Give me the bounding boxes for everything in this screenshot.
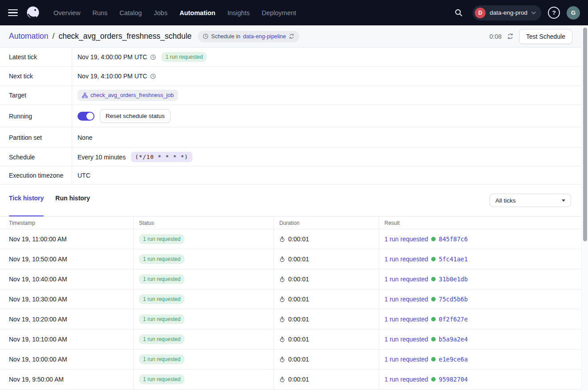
run-success-dot xyxy=(431,297,436,301)
result-run-requested-link[interactable]: 1 run requested xyxy=(384,276,428,283)
stopwatch-icon xyxy=(279,317,285,322)
history-tabs: Tick history Run history All ticks xyxy=(0,185,581,216)
table-header-row: Timestamp Status Duration Result xyxy=(0,217,581,229)
top-nav-bar: OverviewRunsCatalogJobsAutomationInsight… xyxy=(0,0,588,25)
run-success-dot xyxy=(431,277,436,281)
nav-item-runs[interactable]: Runs xyxy=(92,9,107,16)
stopwatch-icon xyxy=(279,236,285,242)
chevron-down-icon xyxy=(531,12,536,14)
next-tick-row: Next tick Nov 19, 4:10:00 PM UTC xyxy=(0,67,581,86)
tab-tick-history[interactable]: Tick history xyxy=(9,195,44,216)
nav-item-jobs[interactable]: Jobs xyxy=(154,9,167,16)
result-run-requested-link[interactable]: 1 run requested xyxy=(384,336,428,343)
tick-duration-cell: 0:00:01 xyxy=(274,229,379,249)
tick-filter-select[interactable]: All ticks xyxy=(490,194,571,207)
workspace-name: data-eng-prod xyxy=(490,9,527,16)
tick-timestamp: Nov 19, 10:30:00 AM xyxy=(0,289,133,309)
run-id-link[interactable]: 75cd5b6b xyxy=(439,296,468,303)
run-id-link[interactable]: 5fc41ae1 xyxy=(439,256,468,263)
tick-duration-cell: 0:00:01 xyxy=(274,329,379,349)
result-run-requested-link[interactable]: 1 run requested xyxy=(384,356,428,363)
refresh-icon[interactable] xyxy=(507,33,514,40)
tick-timestamp: Nov 19, 10:40:00 AM xyxy=(0,269,133,289)
next-tick-label: Next tick xyxy=(0,67,72,85)
tick-row[interactable]: Nov 19, 10:10:00 AM 1 run requested 0:00… xyxy=(0,329,581,349)
run-success-dot xyxy=(431,257,436,261)
breadcrumb-automation-link[interactable]: Automation xyxy=(9,32,49,41)
result-run-requested-link[interactable]: 1 run requested xyxy=(384,236,428,243)
help-icon[interactable]: ? xyxy=(548,7,560,19)
result-run-requested-link[interactable]: 1 run requested xyxy=(384,296,428,303)
status-badge: 1 run requested xyxy=(139,294,184,304)
tick-duration: 0:00:01 xyxy=(288,336,309,343)
page-header: Automation / check_avg_orders_freshness_… xyxy=(0,25,581,48)
run-success-dot xyxy=(431,357,436,362)
schedule-location-badge: Schedule in data-eng-pipeline xyxy=(198,31,299,42)
latest-tick-value: Nov 19, 4:00:00 PM UTC xyxy=(78,53,147,61)
tick-row[interactable]: Nov 19, 9:50:00 AM 1 run requested 0:00:… xyxy=(0,370,581,390)
tick-row[interactable]: Nov 19, 10:40:00 AM 1 run requested 0:00… xyxy=(0,269,581,289)
reset-schedule-status-button[interactable]: Reset schedule status xyxy=(100,109,171,123)
stopwatch-icon xyxy=(279,337,285,342)
tick-row[interactable]: Nov 19, 10:00:00 AM 1 run requested 0:00… xyxy=(0,349,581,370)
nav-item-overview[interactable]: Overview xyxy=(53,9,80,16)
tick-status-cell: 1 run requested xyxy=(133,329,274,349)
nav-item-automation[interactable]: Automation xyxy=(180,9,216,16)
tick-row[interactable]: Nov 19, 10:50:00 AM 1 run requested 0:00… xyxy=(0,249,581,269)
scrollbar-thumb[interactable] xyxy=(583,28,587,241)
tick-result-cell: 1 run requested e1e9ce6a xyxy=(379,349,581,369)
running-row: Running Reset schedule status xyxy=(0,105,581,127)
dagster-logo-icon[interactable] xyxy=(25,5,41,21)
tick-result-cell: 1 run requested 5fc41ae1 xyxy=(379,249,581,269)
result-run-requested-link[interactable]: 1 run requested xyxy=(384,316,428,323)
run-id-link[interactable]: b5a9a2e4 xyxy=(439,336,468,343)
schedule-value: Every 10 minutes xyxy=(78,154,126,161)
tick-duration-cell: 0:00:01 xyxy=(274,269,379,289)
menu-icon[interactable] xyxy=(8,9,18,16)
result-run-requested-link[interactable]: 1 run requested xyxy=(384,256,428,263)
tick-timestamp: Nov 19, 10:10:00 AM xyxy=(0,329,133,349)
tick-timestamp: Nov 19, 10:20:00 AM xyxy=(0,309,133,329)
pipeline-link[interactable]: data-eng-pipeline xyxy=(243,33,286,40)
tick-duration-cell: 0:00:01 xyxy=(274,249,379,269)
nav-item-insights[interactable]: Insights xyxy=(227,9,249,16)
run-id-link[interactable]: 845f87c6 xyxy=(439,236,468,243)
user-avatar[interactable]: G xyxy=(567,6,580,20)
test-schedule-button[interactable]: Test Schedule xyxy=(519,29,572,44)
tick-row[interactable]: Nov 19, 11:00:00 AM 1 run requested 0:00… xyxy=(0,229,581,249)
target-job-pill[interactable]: check_avg_orders_freshness_job xyxy=(78,89,178,101)
run-id-link[interactable]: 95982704 xyxy=(439,376,468,383)
tick-row[interactable]: Nov 19, 10:20:00 AM 1 run requested 0:00… xyxy=(0,309,581,329)
workspace-switcher[interactable]: D data-eng-prod xyxy=(473,5,541,20)
latest-tick-row: Latest tick Nov 19, 4:00:00 PM UTC 1 run… xyxy=(0,48,581,67)
partition-set-value: None xyxy=(78,134,92,141)
header-result: Result xyxy=(379,217,581,229)
tick-result-cell: 1 run requested b5a9a2e4 xyxy=(379,329,581,349)
cron-expression-chip: (*/10 * * * *) xyxy=(131,152,192,162)
status-badge: 1 run requested xyxy=(139,234,184,244)
search-icon[interactable] xyxy=(451,5,466,20)
tick-row[interactable]: Nov 19, 10:30:00 AM 1 run requested 0:00… xyxy=(0,289,581,309)
run-id-link[interactable]: 0f2f627e xyxy=(439,316,468,323)
run-success-dot xyxy=(431,337,436,341)
run-id-link[interactable]: e1e9ce6a xyxy=(439,356,468,363)
running-toggle[interactable] xyxy=(78,112,94,121)
sync-icon[interactable] xyxy=(289,33,294,39)
nav-item-deployment[interactable]: Deployment xyxy=(261,9,296,16)
run-success-dot xyxy=(431,237,436,241)
nav-item-catalog[interactable]: Catalog xyxy=(119,9,142,16)
target-job-link[interactable]: check_avg_orders_freshness_job xyxy=(90,92,174,98)
status-badge: 1 run requested xyxy=(139,274,184,284)
tab-run-history[interactable]: Run history xyxy=(55,195,90,216)
status-badge: 1 run requested xyxy=(139,374,184,384)
timezone-value: UTC xyxy=(78,172,90,179)
run-id-link[interactable]: 31b0e1db xyxy=(439,276,468,283)
stopwatch-icon xyxy=(279,297,285,302)
result-run-requested-link[interactable]: 1 run requested xyxy=(384,376,428,383)
tick-status-cell: 1 run requested xyxy=(133,269,274,289)
main-nav: OverviewRunsCatalogJobsAutomationInsight… xyxy=(53,9,296,16)
workspace-avatar: D xyxy=(475,8,486,18)
breadcrumb-separator: / xyxy=(53,32,55,41)
latest-tick-label: Latest tick xyxy=(0,48,72,66)
target-row: Target check_avg_orders_freshness_job xyxy=(0,86,581,105)
